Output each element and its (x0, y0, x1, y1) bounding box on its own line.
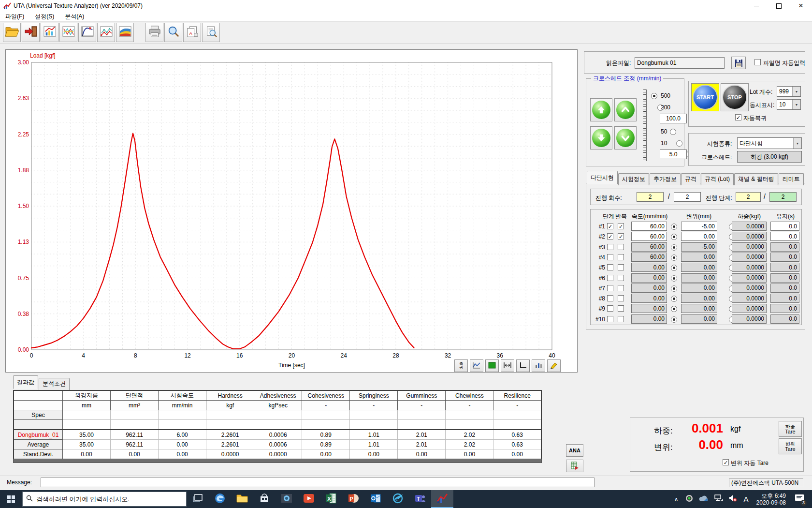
param-enable-checkbox[interactable] (607, 305, 613, 312)
results-tab-1[interactable]: 결과값 (13, 375, 38, 389)
ime-indicator[interactable]: A (744, 495, 749, 503)
param-disp-input[interactable]: 0.00 (681, 294, 717, 303)
param-repeat-checkbox[interactable] (618, 244, 624, 250)
param-disp-mode-radio[interactable] (671, 234, 677, 240)
param-speed-input[interactable]: 0.00 (631, 294, 667, 303)
param-load-input[interactable]: 0.0000 (732, 253, 767, 262)
taskbar-edge[interactable] (209, 490, 231, 508)
save-button[interactable] (731, 57, 746, 69)
toolbar-multi-line-chart-button[interactable] (59, 23, 77, 42)
param-disp-input[interactable]: 0.00 (681, 304, 717, 313)
menu-item-1[interactable]: 파일(F) (0, 12, 29, 22)
toolbar-zoom-button[interactable] (164, 23, 182, 42)
taskbar-search[interactable]: 검색하려면 여기에 입력하십시오. (22, 492, 187, 507)
taskbar-clock[interactable]: 오후 6:49 2020-09-08 (756, 493, 786, 506)
param-enable-checkbox[interactable] (607, 275, 613, 281)
results-tab-2[interactable]: 분석조건 (39, 378, 70, 390)
param-hold-input[interactable]: 0.0 (770, 232, 799, 241)
toolbar-print-preview-button[interactable]: A (183, 23, 201, 42)
tab-1[interactable]: 다단시험 (587, 171, 618, 184)
jog-down-button[interactable] (614, 126, 637, 149)
param-speed-input[interactable]: 0.00 (631, 314, 667, 324)
stop-button[interactable]: STOP (721, 83, 749, 111)
jog-down-fast-button[interactable] (590, 126, 612, 149)
tab-6[interactable]: 채널 & 필터링 (734, 173, 778, 185)
param-disp-input[interactable]: 0.00 (681, 253, 717, 262)
speed-slider[interactable] (643, 90, 647, 161)
param-disp-input[interactable]: -5.00 (681, 222, 717, 231)
param-repeat-checkbox[interactable] (618, 305, 624, 312)
lot-count-select[interactable]: 999▼ (777, 86, 801, 97)
disp-tare-button[interactable]: 변위Tare (779, 438, 802, 454)
start-button[interactable]: START (691, 83, 719, 111)
menu-item-2[interactable]: 설정(S) (29, 12, 59, 22)
param-hold-input[interactable]: 0.0 (770, 263, 799, 272)
param-speed-input[interactable]: 60.00 (631, 253, 667, 262)
param-load-input[interactable]: 0.0000 (732, 222, 767, 231)
param-repeat-checkbox[interactable] (618, 285, 624, 291)
toolbar-area-chart-button[interactable] (116, 23, 134, 42)
taskbar-uta-app[interactable] (431, 490, 453, 508)
param-enable-checkbox[interactable] (607, 295, 613, 301)
param-repeat-checkbox[interactable]: ✓ (618, 233, 624, 239)
param-hold-input[interactable]: 0.0 (770, 253, 799, 262)
param-hold-input[interactable]: 0.0 (770, 222, 799, 231)
tray-chevron-icon[interactable]: ∧ (674, 496, 679, 503)
toolbar-search-document-button[interactable] (202, 23, 220, 42)
ana-button[interactable]: ANA (566, 444, 583, 457)
param-disp-mode-radio[interactable] (671, 306, 677, 312)
crosshead-speed-input-100.0[interactable]: 100.0 (660, 114, 687, 123)
param-load-input[interactable]: 0.0000 (732, 232, 767, 241)
param-disp-input[interactable]: 0.00 (681, 314, 717, 324)
param-hold-input[interactable]: 0.0 (770, 294, 799, 303)
marker-pen-button[interactable] (547, 359, 561, 372)
param-enable-checkbox[interactable]: ✓ (607, 233, 613, 239)
param-disp-input[interactable]: 0.00 (681, 232, 717, 241)
param-disp-input[interactable]: -5.00 (681, 242, 717, 252)
line-chart-button[interactable] (470, 359, 483, 372)
crosshead-speed-input-5.0[interactable]: 5.0 (660, 149, 687, 159)
onedrive-icon[interactable] (699, 495, 709, 504)
param-speed-input[interactable]: 60.00 (631, 242, 667, 252)
taskbar-outlook[interactable] (364, 490, 387, 508)
param-disp-mode-radio[interactable] (671, 296, 677, 302)
taskbar-powerpoint[interactable]: P (342, 490, 364, 508)
message-input[interactable] (41, 478, 594, 487)
taskbar-file-explorer[interactable] (231, 490, 253, 508)
taskbar-photos[interactable] (276, 490, 298, 508)
minimize-button[interactable] (745, 0, 768, 12)
test-type-select[interactable]: 다단시험▼ (737, 137, 802, 149)
param-disp-input[interactable]: 0.00 (681, 273, 717, 283)
param-speed-input[interactable]: 0.00 (631, 284, 667, 293)
param-enable-checkbox[interactable] (607, 254, 613, 260)
param-speed-input[interactable]: 0.00 (631, 263, 667, 272)
axes-scale-button[interactable] (516, 359, 530, 372)
param-disp-mode-radio[interactable] (671, 265, 677, 271)
maximize-button[interactable] (768, 0, 790, 12)
param-repeat-checkbox[interactable] (618, 275, 624, 281)
param-disp-mode-radio[interactable] (671, 316, 677, 323)
param-hold-input[interactable]: 0.0 (770, 304, 799, 313)
simul-display-select[interactable]: 10▼ (777, 99, 801, 110)
param-load-input[interactable]: 0.0000 (732, 242, 767, 252)
autoname-checkbox[interactable] (754, 59, 761, 65)
param-hold-input[interactable]: 0.0 (770, 284, 799, 293)
param-load-input[interactable]: 0.0000 (732, 314, 767, 324)
param-hold-input[interactable]: 0.0 (770, 242, 799, 252)
param-hold-input[interactable]: 0.0 (770, 273, 799, 283)
param-disp-input[interactable]: 0.00 (681, 263, 717, 272)
param-repeat-checkbox[interactable] (618, 295, 624, 301)
menu-item-3[interactable]: 분석(A) (59, 12, 89, 22)
toolbar-scatter-chart-button[interactable] (97, 23, 115, 42)
taskbar-task-view[interactable] (187, 490, 209, 508)
tab-2[interactable]: 시험정보 (618, 173, 649, 185)
tab-7[interactable]: 리미트 (779, 173, 804, 185)
param-speed-input[interactable]: 60.00 (631, 232, 667, 241)
taskbar-teams[interactable]: T (409, 490, 431, 508)
param-load-input[interactable]: 0.0000 (732, 304, 767, 313)
param-speed-input[interactable]: 0.00 (631, 273, 667, 283)
param-repeat-checkbox[interactable]: ✓ (618, 223, 624, 229)
bar-chart-button[interactable] (532, 359, 545, 372)
param-repeat-checkbox[interactable] (618, 254, 624, 260)
param-load-input[interactable]: 0.0000 (732, 294, 767, 303)
